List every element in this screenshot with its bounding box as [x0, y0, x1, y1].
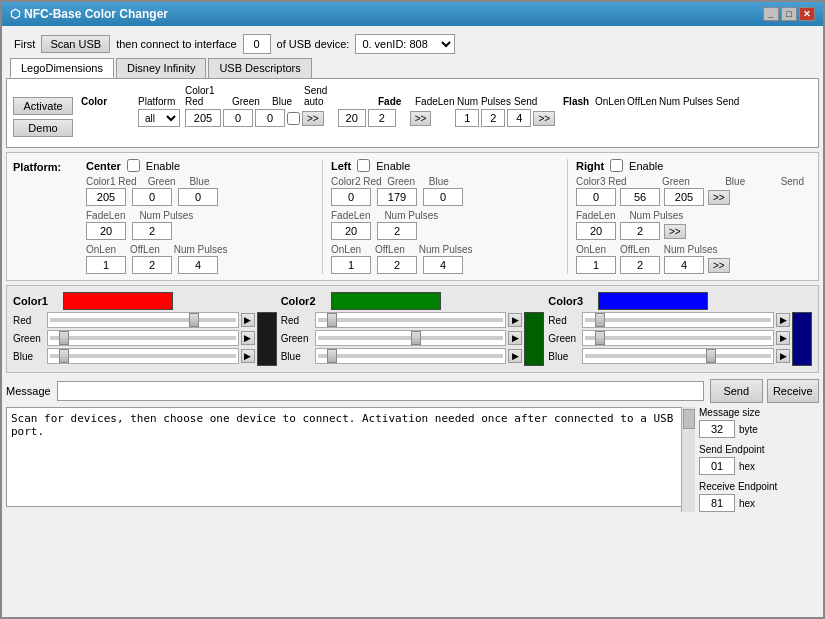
platform-section: Platform: Center Enable Color1 Red Green…	[6, 152, 819, 281]
color1-blue-thumb[interactable]	[59, 349, 69, 363]
left-numpulses2-input[interactable]	[423, 256, 463, 274]
receive-endpoint-input[interactable]	[699, 494, 735, 512]
message-size-row: byte	[699, 420, 819, 438]
left-fadelen-input[interactable]	[331, 222, 371, 240]
send-button[interactable]: Send	[710, 379, 763, 403]
right-flash-send-button[interactable]: >>	[708, 258, 730, 273]
right-color3-input[interactable]	[576, 188, 616, 206]
right-numpulses2-input[interactable]	[664, 256, 704, 274]
color1-group: Color1 Red ▶	[13, 292, 277, 366]
center-numpulses2-input[interactable]	[178, 256, 218, 274]
color1-green-right-arrow[interactable]: ▶	[241, 331, 255, 345]
color3-blue-thumb[interactable]	[706, 349, 716, 363]
tab-usbdescriptors[interactable]: USB Descriptors	[208, 58, 311, 78]
center-color1-input[interactable]	[86, 188, 126, 206]
color-send-button[interactable]: >>	[302, 111, 324, 126]
color3-blue-right-arrow[interactable]: ▶	[776, 349, 790, 363]
demo-button[interactable]: Demo	[13, 119, 73, 137]
right-enable-label: Enable	[629, 160, 663, 172]
center-numpulses-input[interactable]	[132, 222, 172, 240]
color2-blue-right-arrow[interactable]: ▶	[508, 349, 522, 363]
left-offlen-input[interactable]	[377, 256, 417, 274]
left-offlen-label: OffLen	[375, 244, 405, 255]
right-fadelen-input[interactable]	[576, 222, 616, 240]
left-numpulses-input[interactable]	[377, 222, 417, 240]
color2-green-thumb[interactable]	[411, 331, 421, 345]
left-onlen-input[interactable]	[331, 256, 371, 274]
color2-label: Color2	[281, 295, 331, 307]
right-fade-send-button[interactable]: >>	[664, 224, 686, 239]
message-input[interactable]	[57, 381, 704, 401]
color2-red-slider-container	[315, 312, 507, 328]
center-offlen-input[interactable]	[132, 256, 172, 274]
right-numpulses2-label: Num Pulses	[664, 244, 718, 255]
scan-usb-button[interactable]: Scan USB	[41, 35, 110, 53]
left-color2-input[interactable]	[331, 188, 371, 206]
tab-disneyinfinity[interactable]: Disney Infinity	[116, 58, 206, 78]
platform-select[interactable]: all	[138, 109, 180, 127]
fade-send-button[interactable]: >>	[410, 111, 432, 126]
color2-green-right-arrow[interactable]: ▶	[508, 331, 522, 345]
green-input[interactable]	[223, 109, 253, 127]
color2-blue-thumb[interactable]	[327, 349, 337, 363]
scrollbar[interactable]	[681, 407, 695, 512]
right-onlen-label: OnLen	[576, 244, 606, 255]
color3-green-thumb[interactable]	[595, 331, 605, 345]
color1-red-right-arrow[interactable]: ▶	[241, 313, 255, 327]
color3-red-right-arrow[interactable]: ▶	[776, 313, 790, 327]
center-enable-checkbox[interactable]	[127, 159, 140, 172]
num-pulses-value-input[interactable]	[507, 109, 531, 127]
tab-legodimensions[interactable]: LegoDimensions	[10, 58, 114, 78]
offlen-value-input[interactable]	[481, 109, 505, 127]
left-blue-input[interactable]	[423, 188, 463, 206]
send-auto-checkbox[interactable]	[287, 112, 300, 125]
send-endpoint-input[interactable]	[699, 457, 735, 475]
center-blue-input[interactable]	[178, 188, 218, 206]
color2-red-thumb[interactable]	[327, 313, 337, 327]
activate-button[interactable]: Activate	[13, 97, 73, 115]
color2-red-right-arrow[interactable]: ▶	[508, 313, 522, 327]
fadelen-value-input[interactable]	[368, 109, 396, 127]
center-green-input[interactable]	[132, 188, 172, 206]
color3-red-thumb[interactable]	[595, 313, 605, 327]
right-enable-checkbox[interactable]	[610, 159, 623, 172]
color1-red-input[interactable]	[185, 109, 221, 127]
color1-red-thumb[interactable]	[189, 313, 199, 327]
message-size-input[interactable]	[699, 420, 735, 438]
color1-green-thumb[interactable]	[59, 331, 69, 345]
receive-button[interactable]: Receive	[767, 379, 820, 403]
center-fadelen-input[interactable]	[86, 222, 126, 240]
onlen-header: OnLen	[595, 96, 625, 107]
right-offlen-input[interactable]	[620, 256, 660, 274]
num-pulses-header: Num Pulses	[457, 96, 512, 107]
right-numpulses-input[interactable]	[620, 222, 660, 240]
message-log[interactable]: Scan for devices, then choose one device…	[6, 407, 695, 507]
right-blue-input[interactable]	[664, 188, 704, 206]
left-green-input[interactable]	[377, 188, 417, 206]
close-button[interactable]: ✕	[799, 7, 815, 21]
flash-send-button[interactable]: >>	[533, 111, 555, 126]
onlen-value-input[interactable]	[455, 109, 479, 127]
left-enable-checkbox[interactable]	[357, 159, 370, 172]
color2-green-track	[318, 336, 504, 340]
center-onlen-input[interactable]	[86, 256, 126, 274]
scrollbar-thumb[interactable]	[683, 409, 695, 429]
blue-input[interactable]	[255, 109, 285, 127]
right-green-input[interactable]	[620, 188, 660, 206]
maximize-button[interactable]: □	[781, 7, 797, 21]
device-dropdown[interactable]: 0. venID: 808	[355, 34, 455, 54]
color1-green-track	[50, 336, 236, 340]
color2-green-label: Green	[281, 333, 313, 344]
minimize-button[interactable]: _	[763, 7, 779, 21]
color1-blue-right-arrow[interactable]: ▶	[241, 349, 255, 363]
right-send-button[interactable]: >>	[708, 190, 730, 205]
color1-blue-label: Blue	[13, 351, 45, 362]
right-onlen-input[interactable]	[576, 256, 616, 274]
color3-green-right-arrow[interactable]: ▶	[776, 331, 790, 345]
color-header: Color	[81, 96, 136, 107]
fade-value-input[interactable]	[338, 109, 366, 127]
color3-red-track	[585, 318, 771, 322]
main-content: First Scan USB then connect to interface…	[2, 26, 823, 617]
usb-index-input[interactable]	[243, 34, 271, 54]
color3-blue-track	[585, 354, 771, 358]
